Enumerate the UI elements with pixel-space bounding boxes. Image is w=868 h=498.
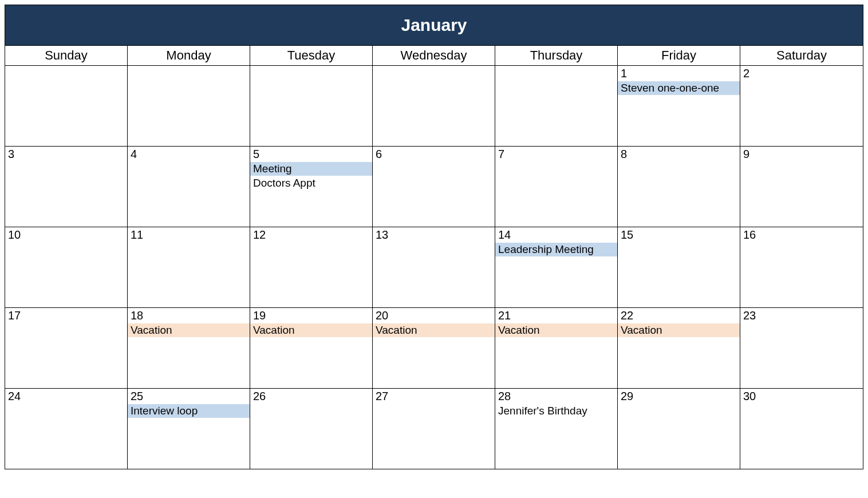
day-number: 16 — [740, 227, 863, 243]
day-number: 6 — [373, 147, 495, 162]
day-cell[interactable] — [495, 66, 618, 146]
day-number: 4 — [128, 147, 250, 162]
week-row: 1Steven one-one-one2 — [5, 66, 863, 147]
day-cell[interactable]: 1Steven one-one-one — [618, 66, 740, 146]
day-header-monday: Monday — [128, 46, 250, 65]
week-row: 345MeetingDoctors Appt6789 — [5, 147, 863, 227]
day-number: 21 — [495, 308, 617, 323]
day-header-tuesday: Tuesday — [250, 46, 373, 65]
calendar: January Sunday Monday Tuesday Wednesday … — [5, 5, 863, 469]
day-header-sunday: Sunday — [5, 46, 128, 65]
calendar-event[interactable]: Vacation — [128, 323, 250, 337]
week-row: 2425Interview loop262728Jennifer's Birth… — [5, 389, 863, 469]
calendar-event[interactable]: Interview loop — [128, 404, 250, 418]
day-cell[interactable]: 13 — [373, 227, 495, 307]
day-number: 26 — [250, 389, 372, 404]
day-number — [250, 66, 372, 68]
day-number: 3 — [5, 147, 127, 162]
day-cell[interactable]: 8 — [618, 147, 740, 227]
day-number: 5 — [250, 147, 372, 162]
day-number: 23 — [740, 308, 863, 323]
day-cell[interactable]: 2 — [740, 66, 863, 146]
day-number: 18 — [128, 308, 250, 323]
day-cell[interactable]: 21Vacation — [495, 308, 618, 388]
day-cell[interactable]: 16 — [740, 227, 863, 307]
day-number: 29 — [618, 389, 740, 404]
day-number — [128, 66, 250, 68]
week-row: 1718Vacation19Vacation20Vacation21Vacati… — [5, 308, 863, 389]
calendar-event[interactable]: Steven one-one-one — [618, 81, 740, 95]
calendar-event[interactable]: Meeting — [250, 162, 372, 176]
day-cell[interactable]: 20Vacation — [373, 308, 495, 388]
day-number: 8 — [618, 147, 740, 162]
day-cell[interactable]: 17 — [5, 308, 128, 388]
day-number: 19 — [250, 308, 372, 323]
day-number: 28 — [495, 389, 617, 404]
day-number: 12 — [250, 227, 372, 243]
calendar-event[interactable]: Vacation — [250, 323, 372, 337]
day-number: 1 — [618, 66, 740, 81]
day-number: 25 — [128, 389, 250, 404]
calendar-event[interactable]: Jennifer's Birthday — [495, 404, 617, 418]
day-number: 9 — [740, 147, 863, 162]
day-cell[interactable]: 15 — [618, 227, 740, 307]
day-cell[interactable]: 29 — [618, 389, 740, 469]
day-number: 10 — [5, 227, 127, 243]
day-number: 24 — [5, 389, 127, 404]
week-row: 1011121314Leadership Meeting1516 — [5, 227, 863, 308]
day-cell[interactable]: 30 — [740, 389, 863, 469]
day-cell[interactable]: 4 — [128, 147, 250, 227]
day-cell[interactable]: 18Vacation — [128, 308, 250, 388]
day-number — [5, 66, 127, 68]
day-number: 11 — [128, 227, 250, 243]
day-cell[interactable]: 19Vacation — [250, 308, 373, 388]
day-cell[interactable]: 14Leadership Meeting — [495, 227, 618, 307]
day-cell[interactable]: 24 — [5, 389, 128, 469]
day-number: 14 — [495, 227, 617, 243]
day-cell[interactable] — [5, 66, 128, 146]
day-cell[interactable] — [250, 66, 373, 146]
day-cell[interactable]: 22Vacation — [618, 308, 740, 388]
day-cell[interactable]: 12 — [250, 227, 373, 307]
calendar-event[interactable]: Doctors Appt — [250, 176, 372, 190]
day-header-friday: Friday — [618, 46, 740, 65]
day-header-saturday: Saturday — [740, 46, 863, 65]
day-header-thursday: Thursday — [495, 46, 618, 65]
day-number: 7 — [495, 147, 617, 162]
day-number: 27 — [373, 389, 495, 404]
day-number: 20 — [373, 308, 495, 323]
day-cell[interactable] — [128, 66, 250, 146]
calendar-event[interactable]: Vacation — [495, 323, 617, 337]
day-cell[interactable]: 7 — [495, 147, 618, 227]
day-cell[interactable]: 25Interview loop — [128, 389, 250, 469]
day-number: 22 — [618, 308, 740, 323]
day-cell[interactable] — [373, 66, 495, 146]
day-cell[interactable]: 6 — [373, 147, 495, 227]
day-number — [373, 66, 495, 68]
day-number: 2 — [740, 66, 863, 81]
calendar-event[interactable]: Vacation — [618, 323, 740, 337]
day-cell[interactable]: 10 — [5, 227, 128, 307]
day-cell[interactable]: 11 — [128, 227, 250, 307]
day-cell[interactable]: 23 — [740, 308, 863, 388]
day-cell[interactable]: 3 — [5, 147, 128, 227]
day-header-row: Sunday Monday Tuesday Wednesday Thursday… — [5, 46, 863, 66]
day-cell[interactable]: 9 — [740, 147, 863, 227]
day-number: 17 — [5, 308, 127, 323]
day-cell[interactable]: 28Jennifer's Birthday — [495, 389, 618, 469]
weeks-container: 1Steven one-one-one2345MeetingDoctors Ap… — [5, 66, 863, 469]
day-number: 30 — [740, 389, 863, 404]
day-cell[interactable]: 5MeetingDoctors Appt — [250, 147, 373, 227]
day-cell[interactable]: 27 — [373, 389, 495, 469]
day-number: 15 — [618, 227, 740, 243]
day-header-wednesday: Wednesday — [373, 46, 495, 65]
day-number — [495, 66, 617, 68]
day-cell[interactable]: 26 — [250, 389, 373, 469]
month-title: January — [5, 5, 863, 46]
day-number: 13 — [373, 227, 495, 243]
calendar-event[interactable]: Leadership Meeting — [495, 243, 617, 256]
calendar-event[interactable]: Vacation — [373, 323, 495, 337]
